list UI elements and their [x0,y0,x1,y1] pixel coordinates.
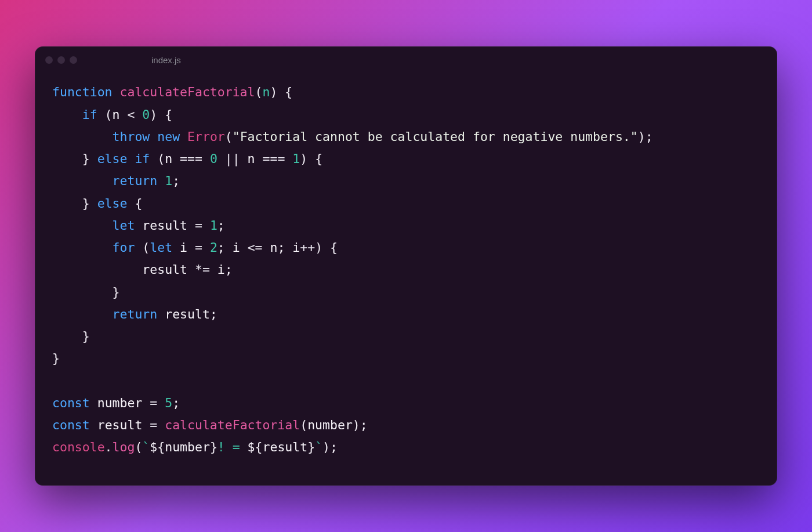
code-token: === [172,151,210,166]
code-token: = [187,240,210,255]
code-token: else [97,151,128,166]
code-token: ); [638,129,653,144]
code-token: calculateFactorial [165,418,300,432]
code-token: n [270,240,277,255]
code-token: i [180,240,187,255]
code-token [52,107,82,122]
code-token: ( [135,440,142,454]
code-token: ( [255,85,263,99]
minimize-icon[interactable] [57,56,65,64]
code-line: } [52,285,120,299]
code-token: ; [217,240,233,255]
code-token [127,151,135,166]
code-line: throw new Error("Factorial cannot be cal… [52,129,653,144]
traffic-lights [45,56,77,64]
code-token: ; [217,218,225,233]
code-token [52,173,113,188]
code-token: ; [172,173,180,188]
code-token: ++ [300,240,315,255]
code-line: const result = calculateFactorial(number… [52,418,368,432]
code-token: result [142,218,187,233]
code-token: } [52,329,90,343]
code-token: n [248,151,255,166]
code-token: === [255,151,293,166]
code-token: result [263,440,308,454]
code-token: ); [322,440,338,454]
code-line: return result; [52,307,217,321]
code-line: } [52,351,60,365]
code-token: else [97,196,128,211]
code-token: new [157,129,180,144]
code-line: for (let i = 2; i <= n; i++) { [52,240,338,255]
code-token: result [97,418,143,432]
code-token: n [262,85,270,99]
code-token: 5 [165,396,172,410]
code-line: console.log(`${number}! = ${result}`); [52,440,338,454]
code-token: . [105,440,113,454]
code-token: const [52,396,90,410]
code-token: } [210,440,217,454]
code-token: return [113,307,158,321]
code-token: log [113,440,135,454]
code-token: ${ [150,440,165,454]
code-token: number [97,396,143,410]
code-line: const number = 5; [52,396,180,410]
code-token: let [150,240,172,255]
code-token: ( [97,107,113,122]
code-token: n [165,151,172,166]
code-token: 1 [292,151,300,166]
code-token: = [187,218,210,233]
code-token: result [165,307,210,321]
code-token: const [52,418,90,432]
code-token: throw [113,129,150,144]
code-token: ` [142,440,150,454]
code-token [150,129,157,144]
code-token: } [52,151,97,166]
code-token: } [52,351,60,365]
code-token: Error [187,129,225,144]
code-token [157,307,165,321]
code-token: < [120,107,143,122]
code-token: for [113,240,135,255]
code-token [90,396,97,410]
editor-window: index.js function calculateFactorial(n) … [35,46,777,486]
code-token: ${ [248,440,263,454]
maximize-icon[interactable] [70,56,77,64]
code-token [113,85,120,99]
code-token: ) { [315,240,338,255]
code-token: { [127,196,142,211]
code-token: n [113,107,120,122]
code-token: ; [277,240,292,255]
code-token: || [217,151,248,166]
code-token: ( [150,151,165,166]
code-line: return 1; [52,173,180,188]
code-line: } else if (n === 0 || n === 1) { [52,151,322,166]
code-token: 1 [165,173,172,188]
code-token: 0 [142,107,150,122]
code-token: 2 [210,240,217,255]
code-token: if [82,107,97,122]
code-token: = [142,396,165,410]
code-token: ); [353,418,368,432]
code-token: ; [210,307,217,321]
close-icon[interactable] [45,56,53,64]
code-token: } [52,196,97,211]
code-token [52,307,113,321]
code-token: ` [315,440,322,454]
code-token: ( [300,418,307,432]
code-token: ) { [150,107,172,122]
code-token: calculateFactorial [120,85,255,99]
code-token: ) { [300,151,322,166]
code-token: ; [172,396,180,410]
code-token: ; [225,262,233,277]
code-token: } [52,285,120,299]
code-token [52,262,142,277]
code-token [135,218,142,233]
code-token [90,418,97,432]
code-token: "Factorial cannot be calculated for nega… [233,129,638,144]
code-token [52,129,113,144]
code-editor[interactable]: function calculateFactorial(n) { if (n <… [35,73,777,486]
code-token: } [307,440,315,454]
code-token: 0 [210,151,217,166]
code-line: let result = 1; [52,218,225,233]
